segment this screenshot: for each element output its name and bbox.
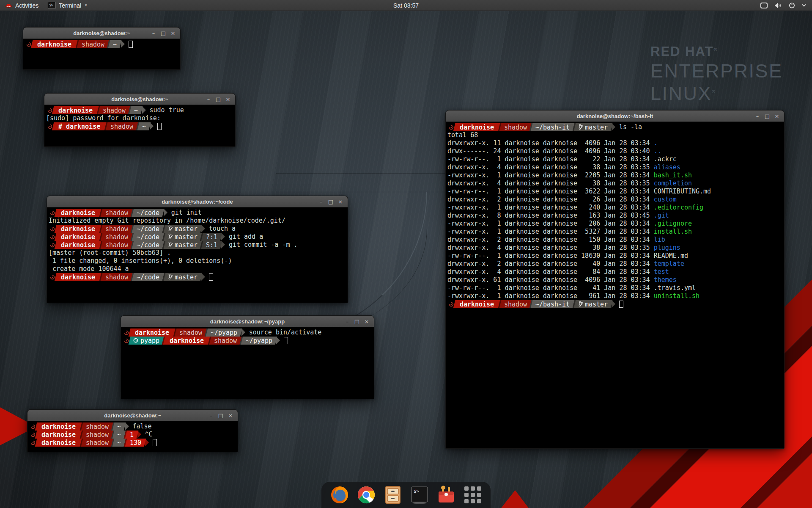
close-button[interactable]: × [228,413,233,418]
window-controls: – □ × [754,113,784,119]
terminal-app-icon: $> [48,2,56,9]
terminal-line: darknoiseshadow~/bash-itmasterls -la [447,123,784,131]
command-text: git add a [229,233,263,241]
maximize-button[interactable]: □ [354,319,360,324]
registered-mark: ® [713,47,718,52]
terminal-content[interactable]: darknoiseshadow~/codegit initInitialized… [47,207,348,303]
prompt-segment-path: ~/pyapp [239,337,277,345]
power-icon[interactable] [789,2,795,8]
close-button[interactable]: × [225,97,231,102]
dock-item-toolbox[interactable] [436,485,456,505]
terminal-line: Initialized empty Git repository in /hom… [49,217,348,225]
dock-item-terminal[interactable]: $> [410,485,429,505]
terminal-content[interactable]: darknoiseshadow~/bash-itmasterls -latota… [446,122,784,448]
activities-button[interactable]: Activities [0,0,44,11]
terminal-line: -rwxrwxr-x. 1 darknoise darknoise 240 Ja… [447,204,784,212]
prompt-arrow [164,209,167,216]
prompt-segment-path: ~/code [131,241,165,249]
terminal-content[interactable]: darknoiseshadow~sudo true[sudo] password… [44,105,235,146]
terminal-line: -rw-rw-r--. 1 darknoise darknoise 41 Jan… [447,284,784,292]
system-status-area[interactable] [760,0,812,11]
terminal-cursor [157,123,162,130]
terminal-line: drwxrwxr-x. 2 darknoise darknoise 150 Ja… [447,236,784,244]
window-titlebar[interactable]: darknoise@shadow:~ – □ × [23,28,180,39]
executable-name: bash_it.sh [654,171,692,179]
maximize-button[interactable]: □ [328,199,334,204]
minimize-button[interactable]: – [208,413,214,418]
minimize-button[interactable]: – [206,97,211,102]
brand-enterprise: ENTERPRISE [650,61,783,80]
window-titlebar[interactable]: darknoise@shadow:~ – □ × [44,94,235,105]
minimize-button[interactable]: – [151,30,156,36]
maximize-button[interactable]: □ [215,97,221,102]
prompt-segment-exit: 130 [123,439,146,447]
terminal-line: -rw-rw-r--. 1 darknoise darknoise 18630 … [447,252,784,260]
dock-item-firefox[interactable] [330,485,349,505]
dock-item-app-grid[interactable] [463,485,483,505]
terminal-text: drwxrwxr-x. 8 darknoise darknoise 163 Ja… [447,212,654,220]
prompt-segment-p1: darknoise [453,300,501,308]
prompt-segment-p1: darknoise [55,273,102,281]
screen-icon[interactable] [760,3,768,8]
prompt-segment-p1: darknoise [55,209,102,217]
prompt-segment-git: master [162,241,202,249]
prompt-segment-p1: # darknoise [52,122,107,130]
red-hat-icon [5,3,12,8]
window-titlebar[interactable]: darknoise@shadow:~/code – □ × [47,196,348,207]
close-button[interactable]: × [170,30,176,36]
close-button[interactable]: × [337,199,343,204]
terminal-content[interactable]: darknoiseshadow~falsedarknoiseshadow~1^C… [27,421,238,452]
prompt-segment-p2: shadow [80,439,114,447]
prompt-segment-p2: shadow [99,241,133,249]
minimize-button[interactable]: – [754,113,760,119]
terminal-content[interactable]: darknoiseshadow~/pyappsource bin/activat… [121,327,374,399]
prompt-segment-path: ~/bash-it [529,123,575,131]
terminal-text: -rwxrwxr-x. 1 darknoise darknoise 5327 J… [447,228,654,236]
volume-icon[interactable] [774,3,782,8]
terminal-cursor [619,301,623,308]
maximize-button[interactable]: □ [218,413,224,418]
command-text: git init [171,209,202,217]
maximize-button[interactable]: □ [160,30,166,36]
window-controls: – □ × [318,199,348,204]
clock[interactable]: Sat 03:57 [0,2,812,9]
directory-name: . [654,139,658,147]
terminal-content[interactable]: darknoiseshadow~ [23,39,180,69]
window-titlebar[interactable]: darknoise@shadow:~ – □ × [27,410,238,421]
prompt-segment-path: ~ [128,106,143,114]
venv-icon [133,337,138,345]
minimize-button[interactable]: – [344,319,350,324]
window-titlebar[interactable]: darknoise@shadow:~/pyapp – □ × [121,316,374,327]
firefox-icon [330,486,349,504]
branch-icon [168,241,173,249]
terminal-window: darknoise@shadow:~ – □ × darknoiseshadow… [44,93,236,147]
terminal-line: drwxrwxr-x. 4 darknoise darknoise 38 Jan… [447,163,784,171]
prompt-segment-p2: shadow [99,273,133,281]
prompt-segment-path: ~/pyapp [205,329,242,337]
rhel-brand-logo: RED HAT® ENTERPRISE LINUX® [650,45,783,103]
terminal-line: drwxrwxr-x. 2 darknoise darknoise 40 Jan… [447,260,784,268]
close-button[interactable]: × [774,113,780,119]
terminal-cursor [284,337,288,344]
dock-item-chrome[interactable] [357,485,376,505]
close-button[interactable]: × [364,319,370,324]
terminal-line: -rwxrwxr-x. 1 darknoise darknoise 206 Ja… [447,220,784,228]
terminal-window: darknoise@shadow:~ – □ × darknoiseshadow… [23,27,181,70]
maximize-button[interactable]: □ [764,113,770,119]
minimize-button[interactable]: – [318,199,324,204]
terminal-text: -rw-rw-r--. 1 darknoise darknoise 41 Jan… [447,284,696,292]
command-text: ls -la [619,123,642,131]
prompt-segment-p1: darknoise [35,439,82,447]
app-menu-terminal[interactable]: $> Terminal ▼ [44,0,92,11]
dock-item-files[interactable] [383,485,403,505]
file-manager-icon [384,486,402,504]
terminal-line: create mode 100644 a [49,265,348,273]
prompt-segment-p1: darknoise [55,241,102,249]
terminal-line: darknoiseshadow~/codegit init [49,209,348,217]
window-titlebar[interactable]: darknoise@shadow:~/bash-it – □ × [446,110,784,122]
terminal-line: -rw-rw-r--. 1 darknoise darknoise 22 Jan… [447,155,784,163]
directory-name: custom [654,196,677,204]
chevron-down-icon[interactable] [802,4,806,7]
command-text: ^C [145,431,153,439]
window-controls: – □ × [206,97,235,102]
